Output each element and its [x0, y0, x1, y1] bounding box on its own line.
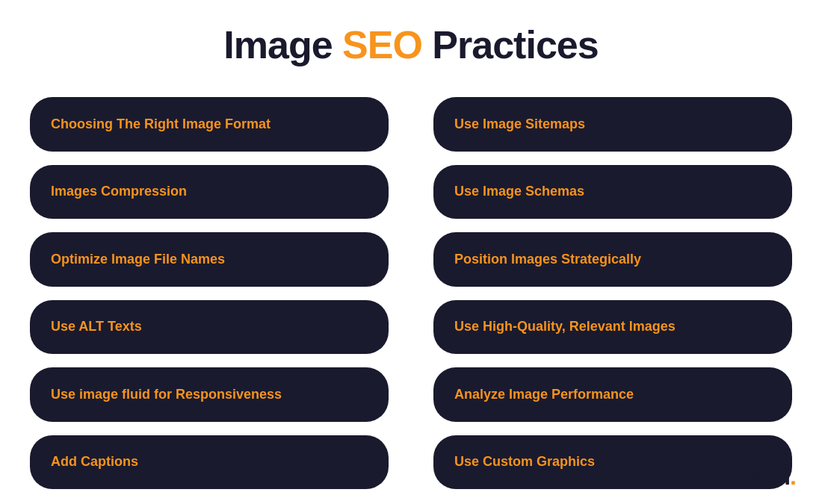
pill-label: Position Images Strategically	[454, 252, 641, 267]
pill-label: Optimize Image File Names	[51, 252, 225, 267]
title-seo: SEO	[342, 23, 422, 66]
pill-label: Add Captions	[51, 454, 138, 470]
pill-label: Use image fluid for Responsiveness	[51, 387, 282, 402]
pill-left-4: Use ALT Texts	[30, 300, 389, 355]
pill-left-1: Choosing The Right Image Format	[30, 97, 389, 152]
pill-right-1: Use Image Sitemaps	[433, 97, 792, 152]
pill-left-3: Optimize Image File Names	[30, 232, 389, 287]
pill-left-6: Add Captions	[30, 435, 389, 490]
pill-right-3: Position Images Strategically	[433, 232, 792, 287]
pill-label: Use ALT Texts	[51, 319, 142, 335]
page-wrapper: Image SEO Practices Choosing The Right I…	[0, 0, 822, 504]
logo-dot: .	[790, 463, 796, 490]
pill-label: Use Custom Graphics	[454, 454, 595, 470]
pill-label: Use High-Quality, Relevant Images	[454, 319, 676, 335]
title-part2: Practices	[422, 23, 599, 66]
title-part1: Image	[223, 23, 342, 66]
practices-grid: Choosing The Right Image Format Use Imag…	[30, 97, 792, 489]
pill-left-5: Use image fluid for Responsiveness	[30, 367, 389, 422]
pill-right-2: Use Image Schemas	[433, 165, 792, 220]
pill-label: Choosing The Right Image Format	[51, 116, 271, 132]
pill-left-2: Images Compression	[30, 165, 389, 220]
page-title: Image SEO Practices	[223, 22, 598, 67]
pill-right-5: Analyze Image Performance	[433, 367, 792, 422]
brand-logo: ettvi.	[744, 463, 796, 491]
pill-right-4: Use High-Quality, Relevant Images	[433, 300, 792, 355]
pill-right-6: Use Custom Graphics	[433, 435, 792, 490]
pill-label: Analyze Image Performance	[454, 387, 634, 402]
logo-text: ettvi	[744, 463, 790, 490]
pill-label: Use Image Schemas	[454, 184, 584, 199]
pill-label: Images Compression	[51, 184, 187, 199]
pill-label: Use Image Sitemaps	[454, 116, 585, 132]
